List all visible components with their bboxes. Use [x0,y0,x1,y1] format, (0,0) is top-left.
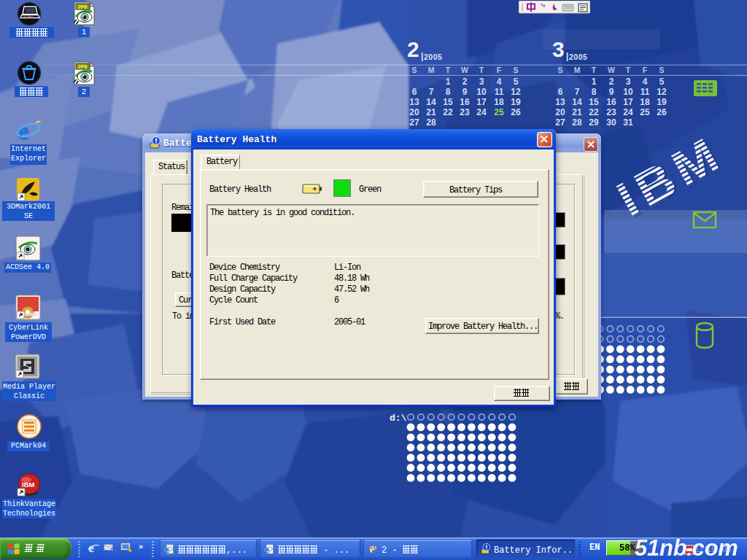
svg-text:JPG: JPG [77,4,88,10]
svg-text:e: e [265,545,269,555]
svg-text:e: e [165,545,169,555]
svg-text:’º: ’º [541,3,546,11]
svg-text:IBM: IBM [22,481,35,489]
svg-text:JPG: JPG [77,64,88,70]
